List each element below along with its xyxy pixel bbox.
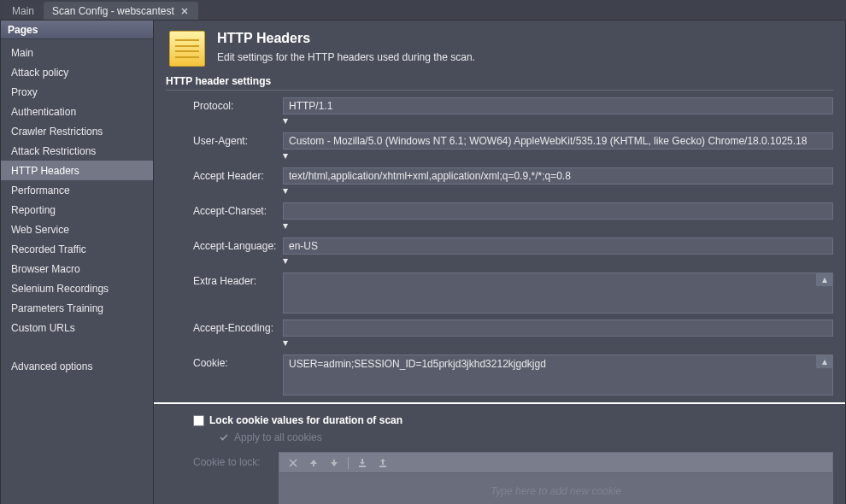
check-icon	[219, 432, 229, 442]
scroll-up-icon[interactable]: ▴	[816, 355, 833, 368]
sidebar-item-label: Proxy	[11, 86, 38, 98]
tab-label: Main	[12, 5, 34, 17]
sidebar-list: Main Attack policy Proxy Authentication …	[1, 39, 153, 379]
delete-icon[interactable]	[286, 456, 300, 470]
sidebar-item-label: Performance	[11, 185, 70, 196]
chevron-down-icon: ▾	[283, 255, 288, 267]
accept-encoding-label: Accept-Encoding:	[193, 319, 283, 334]
page-header: HTTP Headers Edit settings for the HTTP …	[154, 21, 845, 73]
tab-strip: Main Scan Config - webscantest	[0, 0, 846, 21]
export-icon[interactable]	[376, 456, 390, 470]
sidebar-item-performance[interactable]: Performance	[1, 180, 153, 200]
http-header-form: Protocol: HTTP/1.1 ▾ User-Agent: Custom …	[154, 97, 845, 396]
accept-language-label: Accept-Language:	[193, 237, 283, 252]
tab-main[interactable]: Main	[3, 2, 43, 20]
sidebar-item-label: Authentication	[11, 106, 76, 118]
sidebar-item-main[interactable]: Main	[1, 43, 153, 62]
toolbar-divider	[348, 457, 349, 469]
sidebar-item-selenium-recordings[interactable]: Selenium Recordings	[1, 278, 153, 298]
protocol-label: Protocol:	[193, 97, 283, 112]
sidebar-item-attack-restrictions[interactable]: Attack Restrictions	[1, 141, 153, 161]
tab-label: Scan Config - webscantest	[52, 5, 174, 17]
sidebar-item-attack-policy[interactable]: Attack policy	[1, 62, 153, 82]
sidebar-item-proxy[interactable]: Proxy	[1, 82, 153, 102]
cookie-lock-placeholder[interactable]: Type here to add new cookie	[279, 473, 832, 504]
sidebar-header: Pages	[1, 21, 153, 39]
cookie-lock-panel: Type here to add new cookie	[279, 452, 833, 504]
chevron-down-icon: ▾	[283, 337, 288, 349]
textarea-value: USER=admin;SESSION_ID=1d5prkjd3jkhd3212k…	[289, 358, 546, 370]
chevron-down-icon: ▾	[283, 149, 288, 161]
chevron-down-icon: ▾	[283, 114, 288, 126]
chevron-down-icon: ▾	[283, 185, 288, 196]
accept-encoding-combo[interactable]	[283, 319, 833, 337]
accept-header-combo[interactable]: text/html,application/xhtml+xml,applicat…	[283, 167, 833, 185]
content-pane: HTTP Headers Edit settings for the HTTP …	[154, 21, 846, 504]
sidebar-item-label: Attack policy	[11, 67, 68, 79]
cookie-label: Cookie:	[193, 355, 283, 369]
user-agent-combo[interactable]: Custom - Mozilla/5.0 (Windows NT 6.1; WO…	[283, 132, 833, 149]
page-subtitle: Edit settings for the HTTP headers used …	[217, 51, 475, 63]
sidebar-item-authentication[interactable]: Authentication	[1, 102, 153, 121]
tab-scan-config[interactable]: Scan Config - webscantest	[44, 2, 198, 20]
cookie-lock-toolbar	[279, 453, 832, 473]
sidebar-item-crawler-restrictions[interactable]: Crawler Restrictions	[1, 121, 153, 141]
lock-cookie-label: Lock cookie values for duration of scan	[209, 414, 402, 426]
sidebar-item-parameters-training[interactable]: Parameters Training	[1, 298, 153, 318]
cookie-to-lock-label: Cookie to lock:	[193, 452, 270, 468]
sidebar-item-label: Recorded Traffic	[11, 243, 86, 255]
sidebar: Pages Main Attack policy Proxy Authentic…	[0, 21, 154, 504]
arrow-down-icon[interactable]	[327, 456, 341, 470]
sidebar-item-web-service[interactable]: Web Service	[1, 220, 153, 239]
user-agent-label: User-Agent:	[193, 132, 283, 147]
divider	[154, 402, 845, 404]
chevron-down-icon: ▾	[283, 220, 288, 231]
sidebar-item-label: Custom URLs	[11, 322, 75, 334]
sidebar-item-label: Main	[11, 47, 33, 59]
extra-header-label: Extra Header:	[193, 273, 283, 287]
lock-cookie-checkbox[interactable]	[193, 415, 204, 426]
sidebar-item-label: Advanced options	[11, 360, 92, 372]
close-icon[interactable]	[179, 6, 190, 16]
sidebar-item-reporting[interactable]: Reporting	[1, 200, 153, 220]
combo-value: en-US	[289, 240, 318, 252]
sidebar-item-browser-macro[interactable]: Browser Macro	[1, 259, 153, 278]
accept-language-combo[interactable]: en-US	[283, 237, 833, 255]
arrow-up-icon[interactable]	[307, 456, 320, 470]
combo-value: Custom - Mozilla/5.0 (Windows NT 6.1; WO…	[289, 135, 807, 147]
protocol-combo[interactable]: HTTP/1.1	[283, 97, 833, 114]
accept-charset-combo[interactable]	[283, 202, 833, 220]
sidebar-item-recorded-traffic[interactable]: Recorded Traffic	[1, 239, 153, 259]
sidebar-item-http-headers[interactable]: HTTP Headers	[1, 161, 153, 180]
page-title: HTTP Headers	[217, 31, 475, 46]
sidebar-item-label: Parameters Training	[11, 302, 103, 314]
sidebar-item-advanced-options[interactable]: Advanced options	[1, 356, 153, 376]
sidebar-item-label: HTTP Headers	[11, 165, 79, 177]
scroll-up-icon[interactable]: ▴	[816, 273, 833, 286]
apply-all-label: Apply to all cookies	[234, 431, 322, 443]
lock-cookie-block: Lock cookie values for duration of scan …	[154, 414, 845, 504]
combo-value: HTTP/1.1	[289, 100, 332, 112]
import-icon[interactable]	[355, 456, 369, 470]
combo-value: text/html,application/xhtml+xml,applicat…	[289, 170, 571, 182]
sidebar-item-label: Crawler Restrictions	[11, 126, 103, 138]
sidebar-item-label: Browser Macro	[11, 263, 80, 275]
sidebar-item-label: Web Service	[11, 224, 69, 236]
sidebar-item-label: Reporting	[11, 204, 56, 216]
cookie-textarea[interactable]: USER=admin;SESSION_ID=1d5prkjd3jkhd3212k…	[283, 355, 833, 396]
http-headers-icon	[169, 31, 205, 67]
accept-header-label: Accept Header:	[193, 167, 283, 182]
accept-charset-label: Accept-Charset:	[193, 202, 283, 217]
section-header: HTTP header settings	[166, 73, 833, 91]
sidebar-item-label: Selenium Recordings	[11, 283, 109, 295]
sidebar-item-label: Attack Restrictions	[11, 145, 96, 157]
extra-header-textarea[interactable]	[283, 273, 833, 314]
sidebar-item-custom-urls[interactable]: Custom URLs	[1, 318, 153, 337]
